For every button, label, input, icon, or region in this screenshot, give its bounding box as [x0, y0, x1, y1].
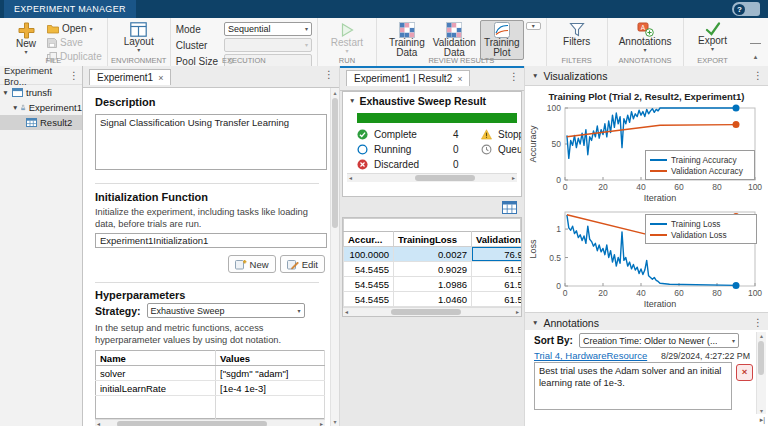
training-data-label: Training Data — [389, 38, 425, 58]
result-column-header[interactable]: TrainingLoss — [394, 232, 472, 247]
panel-menu-icon[interactable]: ⋮ — [753, 318, 763, 328]
tree-item-project[interactable]: ▼ trunsfi — [0, 85, 82, 100]
experiment-panel-scrollbar[interactable]: ▴ ▾ — [330, 88, 339, 426]
section-collapse-icon[interactable]: ▼ — [349, 97, 355, 104]
section-collapse-icon[interactable]: ▼ — [532, 72, 538, 79]
svg-text:0: 0 — [556, 175, 561, 185]
arrow-left-icon[interactable]: ◂ — [97, 420, 100, 426]
cluster-select[interactable]: ▾ — [224, 38, 312, 52]
result-column-header[interactable]: Accur... — [344, 232, 394, 247]
close-icon[interactable]: × — [158, 73, 163, 83]
init-edit-label: Edit — [302, 259, 318, 270]
hyper-cell[interactable]: initialLearnRate — [96, 381, 216, 396]
new-button[interactable]: New ▾ — [5, 20, 47, 57]
table-cell[interactable]: 61.53 — [472, 292, 523, 307]
table-cell[interactable]: 100.0000 — [344, 247, 394, 262]
training-plot-button[interactable]: Training Plot — [480, 20, 524, 60]
help-button[interactable]: ? — [732, 2, 760, 16]
tab-result2[interactable]: Experiment1 | Result2 × — [346, 70, 470, 86]
init-edit-button[interactable]: Edit — [280, 255, 325, 273]
table-cell[interactable]: 54.5455 — [344, 262, 394, 277]
toolstrip-tab-experiment-manager[interactable]: EXPERIMENT MANAGER — [4, 0, 136, 18]
annotation-timestamp: 8/29/2024, 4:27:22 PM — [661, 351, 750, 361]
mode-select[interactable]: Sequential ▾ — [224, 22, 312, 36]
caret-down-icon: ▾ — [298, 308, 301, 314]
table-cell[interactable]: 1.0986 — [394, 277, 472, 292]
layout-button[interactable]: Layout ▾ — [118, 20, 160, 55]
save-button[interactable]: Save — [47, 36, 102, 49]
table-cell[interactable]: 0.0027 — [394, 247, 472, 262]
table-cell[interactable]: 54.5455 — [344, 292, 394, 307]
table-row[interactable]: 100.00000.002776.92 — [344, 247, 523, 262]
tab-experiment1[interactable]: Experiment1 × — [89, 69, 171, 85]
table-row[interactable]: initialLearnRate [1e-4 1e-3] — [96, 381, 325, 396]
tree-expander-icon[interactable]: ▼ — [2, 89, 9, 96]
hyper-cell[interactable]: [1e-4 1e-3] — [216, 381, 325, 396]
panel-menu-icon[interactable]: ⋮ — [69, 71, 79, 81]
table-row[interactable]: 54.54551.046061.53 — [344, 292, 523, 307]
table-cell[interactable]: 76.92 — [472, 247, 523, 262]
table-view-icon[interactable] — [502, 201, 517, 214]
mode-value: Sequential — [228, 24, 271, 34]
file-group-label: FILE — [0, 56, 107, 65]
hyper-col-name[interactable]: Name — [96, 351, 216, 366]
arrow-right-icon[interactable]: ▸ — [512, 174, 515, 182]
table-cell[interactable]: 61.53 — [472, 262, 523, 277]
table-row[interactable]: solver ["sgdm" "adam"] — [96, 366, 325, 381]
arrow-left-icon[interactable]: ◂ — [349, 174, 352, 182]
hyper-cell[interactable]: solver — [96, 366, 216, 381]
corner-scroll-icon[interactable]: ▸| — [760, 416, 765, 424]
annotation-trial-link[interactable]: Trial 4, HardwareResource — [534, 350, 647, 361]
minimize-ribbon-button[interactable]: ▴ — [750, 43, 761, 63]
arrow-down-icon[interactable]: ▾ — [757, 407, 766, 414]
validation-data-button[interactable]: Validation Data — [429, 20, 480, 60]
restart-button[interactable]: Restart ▾ — [326, 20, 368, 56]
running-icon — [357, 144, 368, 155]
panel-menu-icon[interactable]: ⋮ — [509, 72, 519, 82]
filters-button[interactable]: Filters — [556, 20, 598, 49]
table-cell[interactable]: 54.5455 — [344, 277, 394, 292]
arrow-right-icon[interactable]: ▸ — [320, 420, 323, 426]
folder-icon — [47, 24, 59, 34]
status-label: Stopped — [498, 129, 522, 140]
hyper-col-values[interactable]: Values — [216, 351, 325, 366]
annotations-scrollbar[interactable]: ▴ ▾ — [756, 332, 766, 414]
tree-item-experiment[interactable]: ▼ Experiment1 — [0, 100, 82, 115]
arrow-left-icon[interactable]: ◂ — [345, 308, 348, 316]
arrow-up-icon[interactable]: ▴ — [331, 89, 339, 96]
legend-swatch-validation — [650, 170, 667, 172]
arrow-up-icon[interactable]: ▴ — [757, 332, 766, 339]
legend-label: Training Accuracy — [671, 155, 737, 165]
result-table-hscrollbar[interactable]: ◂ ▸ — [343, 307, 521, 316]
annotation-note-textarea[interactable]: Best trial uses the Adam solver and an i… — [534, 362, 732, 410]
table-row[interactable]: 54.54551.098661.53 — [344, 277, 523, 292]
strategy-select[interactable]: Exhaustive Sweep ▾ — [147, 303, 305, 318]
table-cell[interactable]: 1.0460 — [394, 292, 472, 307]
table-cell[interactable]: 61.53 — [472, 277, 523, 292]
panel-menu-icon[interactable]: ⋮ — [753, 71, 763, 81]
sweep-hscrollbar[interactable]: ◂ ▸ — [347, 173, 517, 182]
result-column-header[interactable]: ValidationAcc... — [472, 232, 523, 247]
table-cell[interactable]: 0.9029 — [394, 262, 472, 277]
arrow-right-icon[interactable]: ▸ — [516, 308, 519, 316]
annotation-delete-button[interactable]: × — [736, 364, 753, 381]
description-textarea[interactable]: Signal Classification Using Transfer Lea… — [95, 114, 327, 170]
hyper-table-hscrollbar[interactable]: ◂ ▸ — [95, 419, 325, 426]
training-data-button[interactable]: Training Data — [385, 20, 429, 60]
initialization-function-input[interactable] — [95, 233, 327, 248]
sort-by-select[interactable]: Creation Time: Older to Newer (... ▾ — [579, 333, 739, 348]
export-button[interactable]: Export ▾ — [692, 20, 734, 54]
tree-item-result[interactable]: Result2 — [0, 115, 82, 130]
panel-menu-icon[interactable]: ⋮ — [324, 70, 334, 80]
hyperparameters-table: Name Values solver ["sgdm" "adam"] initi… — [95, 350, 325, 419]
table-row[interactable]: 54.54550.902961.53 — [344, 262, 523, 277]
close-icon[interactable]: × — [457, 74, 462, 84]
annotations-button[interactable]: A Annotations ▾ — [615, 20, 676, 55]
tree-expander-icon[interactable]: ▼ — [12, 104, 18, 111]
hyper-cell[interactable]: ["sgdm" "adam"] — [216, 366, 325, 381]
arrow-down-icon[interactable]: ▾ — [331, 418, 339, 425]
section-collapse-icon[interactable]: ▼ — [532, 319, 538, 326]
plot-gallery-dropdown-button[interactable]: ▾ — [526, 22, 541, 30]
open-button[interactable]: Open ▾ — [47, 22, 102, 35]
init-new-button[interactable]: New — [228, 255, 276, 273]
